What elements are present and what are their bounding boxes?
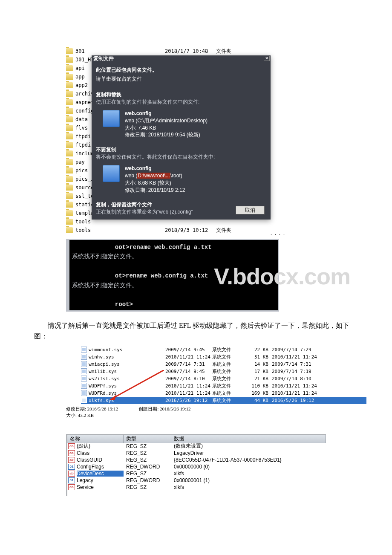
- reg-type: REG_SZ: [124, 484, 171, 490]
- meta-size: 大小: 43.2 KB: [66, 412, 118, 419]
- reg-string-icon: [68, 443, 75, 449]
- folder-row: aspnet_: [66, 98, 92, 107]
- file-name: web.config: [125, 110, 208, 117]
- folder-name: tools: [75, 219, 92, 225]
- folder-icon: [66, 150, 73, 156]
- option-skip[interactable]: 不要复制 将不会更改任何文件。将此文件保留在目标文件夹中:: [96, 146, 266, 161]
- reg-data: 0x00000001 (1): [171, 477, 326, 483]
- dialog-message: 此位置已经包含同名文件。: [96, 66, 266, 74]
- registry-row[interactable]: LegacyREG_DWORD0x00000001 (1): [67, 477, 326, 484]
- file-row[interactable]: xlkfs.sys2016/5/26 19:12系统文件44 KB2016/5/…: [81, 397, 366, 404]
- folder-name: data: [75, 116, 92, 122]
- file-date2: 2016/5/26 19:12: [272, 398, 319, 403]
- sys-file-icon: [81, 368, 87, 374]
- reg-name: Legacy: [77, 477, 124, 483]
- reg-dword-icon: [68, 464, 75, 470]
- file-name: winhv.sys: [89, 354, 165, 360]
- folder-name: app2: [75, 82, 92, 88]
- registry-row[interactable]: ClassREG_SZLegacyDriver: [67, 450, 326, 457]
- file-date: 2009/7/14 9:45: [165, 369, 212, 374]
- folder-row: template: [66, 209, 92, 217]
- registry-row[interactable]: DeviceDescREG_SZxlkfs: [67, 470, 326, 477]
- file-row[interactable]: wmilib.sys2009/7/14 9:45系统文件17 KB2009/7/…: [81, 368, 366, 375]
- file-date2: 2010/11/21 11:24: [272, 383, 319, 389]
- sys-file-icon: [81, 383, 87, 389]
- col-type: 类型: [124, 435, 171, 443]
- file-path: web (D:\wwwroot\...\root): [125, 172, 185, 179]
- file-icon: [103, 110, 120, 127]
- folder-row: archives: [66, 90, 92, 98]
- reg-data: {8ECC055D-047F-11D1-A537-0000F8753ED1}: [171, 457, 326, 463]
- reg-type: REG_SZ: [124, 450, 171, 456]
- sys-file-icon: [81, 397, 87, 403]
- registry-screenshot: 名称 类型 数据 (默认)REG_SZ(数值未设置)ClassREG_SZLeg…: [66, 434, 326, 496]
- file-size: 110 KB: [246, 383, 272, 389]
- file-row[interactable]: wimmount.sys2009/7/14 9:45系统文件22 KB2009/…: [81, 346, 366, 353]
- file-mtime: 修改日期: 2018/10/19 2:12: [125, 187, 185, 194]
- file-block-dest: web.config web (D:\wwwroot\...\root) 大小:…: [96, 165, 266, 194]
- file-type: 系统文件: [212, 383, 246, 389]
- folder-row: static: [66, 200, 92, 209]
- folder-icon: [66, 219, 73, 225]
- option-header: 复制和替换: [96, 92, 121, 98]
- registry-row[interactable]: ClassGUIDREG_SZ{8ECC055D-047F-11D1-A537-…: [67, 457, 326, 463]
- file-name: web.config: [125, 165, 185, 172]
- col-data: 数据: [171, 435, 326, 443]
- folder-icon: [66, 48, 73, 54]
- file-date2: 2009/7/14 7:29: [272, 347, 319, 353]
- folder-row: tools: [66, 217, 92, 226]
- file-row[interactable]: winhv.sys2010/11/21 11:24系统文件51 KB2010/1…: [81, 353, 366, 361]
- folder-icon: [66, 193, 73, 199]
- file-date: 2010/11/21 11:24: [165, 354, 212, 360]
- option-desc: 将不会更改任何文件。将此文件保留在目标文件夹中:: [96, 154, 215, 160]
- option-replace[interactable]: 复制和替换 使用正在复制的文件替换目标文件夹中的文件:: [96, 91, 266, 106]
- reg-name: (默认): [77, 442, 124, 450]
- file-date2: 2009/7/14 7:31: [272, 361, 319, 367]
- folder-name: archives: [75, 91, 92, 97]
- folder-row: pay: [66, 158, 92, 166]
- folder-row: app: [66, 72, 92, 81]
- reg-type: REG_SZ: [124, 457, 171, 463]
- folder-icon: [66, 99, 73, 105]
- file-name: wmilib.sys: [89, 369, 165, 374]
- file-name: wmiacpi.sys: [89, 361, 165, 367]
- registry-row[interactable]: ConfigFlagsREG_DWORD0x00000000 (0): [67, 463, 326, 470]
- file-date2: 2009/7/14 8:10: [272, 376, 319, 382]
- file-size: 大小: 8.68 KB (较大): [125, 179, 185, 187]
- folder-sidebar: apiappapp2archivesaspnet_configdataflvsf…: [66, 64, 92, 226]
- folder-icon: [66, 57, 73, 63]
- file-row[interactable]: WUDFRd.sys2010/11/21 11:24系统文件169 KB2010…: [81, 390, 366, 397]
- folder-date: 2018/1/7 10:48: [165, 48, 216, 54]
- cancel-button[interactable]: 取消: [236, 206, 265, 214]
- option-desc: 正在复制的文件将重命名为"web (2).config": [96, 209, 193, 215]
- registry-row[interactable]: ServiceREG_SZxlkfs: [67, 484, 326, 491]
- reg-data: xlkfs: [171, 471, 326, 477]
- file-date2: 2010/11/21 11:24: [272, 390, 319, 396]
- copy-file-dialog: 复制文件 ✕ 此位置已经包含同名文件。 请单击要保留的文件 复制和替换 使用正在…: [92, 55, 271, 220]
- folder-icon: [66, 142, 73, 148]
- folder-row: tools 2018/9/3 10:12 文件夹: [66, 226, 339, 234]
- folder-type: 文件夹: [216, 48, 242, 55]
- sys-file-icon: [81, 347, 87, 353]
- option-desc: 使用正在复制的文件替换目标文件夹中的文件:: [96, 99, 199, 105]
- folder-name: ftpdir: [75, 133, 92, 139]
- close-button[interactable]: ✕: [264, 56, 270, 61]
- file-mtime: 修改日期: 2018/10/19 9:54 (较新): [125, 131, 208, 139]
- registry-row[interactable]: (默认)REG_SZ(数值未设置): [67, 443, 326, 450]
- file-row[interactable]: WUDFPf.sys2010/11/21 11:24系统文件110 KB2010…: [81, 382, 366, 390]
- reg-name: ClassGUID: [77, 457, 124, 463]
- file-row[interactable]: ws2ifsl.sys2009/7/14 8:10系统文件21 KB2009/7…: [81, 375, 366, 382]
- folder-name: pics_zt: [75, 176, 92, 182]
- reg-data: xlkfs: [171, 484, 326, 490]
- file-date: 2009/7/14 7:31: [165, 361, 212, 367]
- reg-data: (数值未设置): [171, 442, 326, 450]
- sys-file-icon: [81, 376, 87, 382]
- file-type: 系统文件: [212, 347, 246, 353]
- folder-icon: [66, 227, 73, 233]
- folder-date: 2018/9/3 10:12: [165, 227, 216, 233]
- file-name: xlkfs.sys: [89, 398, 165, 403]
- folder-name: pay: [75, 159, 92, 165]
- file-row[interactable]: wmiacpi.sys2009/7/14 7:31系统文件14 KB2009/7…: [81, 361, 366, 368]
- option-header: 复制，但保留这两个文件: [96, 202, 152, 208]
- folder-row: 301 2018/1/7 10:48 文件夹: [66, 47, 339, 55]
